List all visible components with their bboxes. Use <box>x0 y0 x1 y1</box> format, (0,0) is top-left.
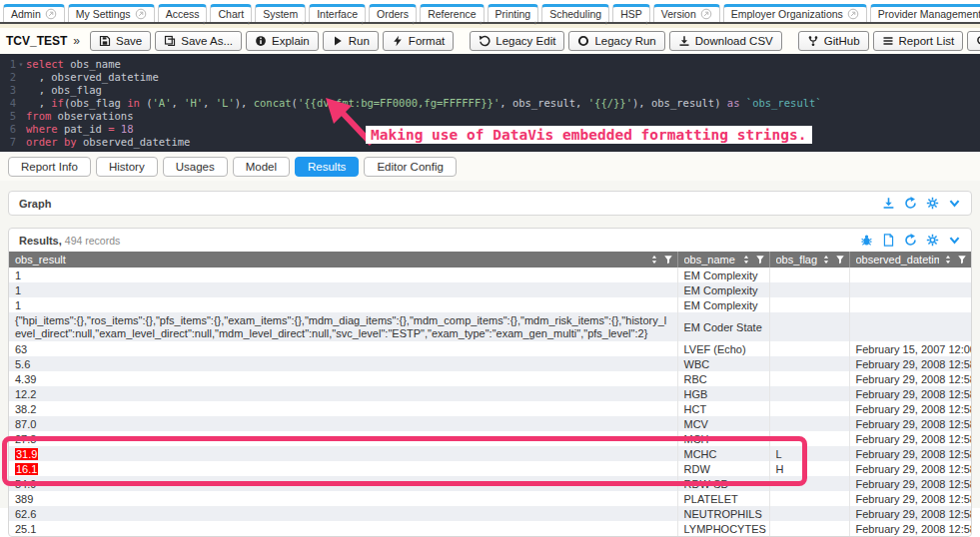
code-text: select obs_name <box>26 58 121 71</box>
tab-usages[interactable]: Usages <box>163 157 228 177</box>
cell-observed-datetime: February 29, 2008 12:58 PM <box>849 356 971 371</box>
column-header-obs-flag[interactable]: obs_flag <box>769 252 849 268</box>
table-row[interactable]: 62.6 NEUTROPHILS February 29, 2008 12:58… <box>9 506 971 521</box>
table-row[interactable]: 5.6 WBC February 29, 2008 12:58 PM <box>9 356 971 371</box>
sort-icon[interactable] <box>821 255 831 265</box>
table-row[interactable]: 1 EM Complexity <box>9 268 971 282</box>
cell-obs-name: MCH <box>677 431 769 446</box>
table-row[interactable]: 63 LVEF (Echo) February 15, 2007 12:00 A… <box>9 341 971 356</box>
table-row[interactable]: 38.2 HCT February 29, 2008 12:58 PM <box>9 401 971 416</box>
save-as-button[interactable]: Save As... <box>155 31 242 51</box>
column-header-obs-result[interactable]: obs_result <box>9 252 677 268</box>
table-row[interactable]: 27.8 MCH February 29, 2008 12:58 PM <box>9 431 971 446</box>
gear-icon[interactable] <box>926 234 939 247</box>
cell-observed-datetime: February 29, 2008 12:58 PM <box>849 416 971 431</box>
fold-marker: ▾ <box>16 58 26 71</box>
nav-tab-provider-management[interactable]: Provider Management <box>870 4 980 22</box>
github-button[interactable]: GitHub <box>798 31 869 51</box>
nav-tab-interface[interactable]: Interface <box>309 4 366 22</box>
external-link-icon <box>700 8 712 20</box>
report-tabs: Report Info History Usages Model Results… <box>0 152 980 181</box>
format-icon <box>392 35 404 47</box>
filter-icon[interactable] <box>957 255 967 265</box>
table-row[interactable]: 25.1 LYMPHOCYTES February 29, 2008 12:58… <box>9 521 971 536</box>
download-icon[interactable] <box>882 197 895 210</box>
fold-marker <box>16 123 26 136</box>
cell-obs-flag <box>769 297 849 312</box>
nav-tab-version[interactable]: Version <box>653 4 720 22</box>
table-row[interactable]: 87.0 MCV February 29, 2008 12:58 PM <box>9 416 971 431</box>
nav-tab-employer-organizations[interactable]: Employer Organizations <box>723 4 867 22</box>
nav-tab-printing[interactable]: Printing <box>488 4 539 22</box>
nav-tab-label: System <box>263 8 298 20</box>
nav-tab-orders[interactable]: Orders <box>369 4 417 22</box>
nav-tab-my-settings[interactable]: My Settings <box>68 4 155 22</box>
column-header-obs-name[interactable]: obs_name <box>677 252 769 268</box>
table-row[interactable]: 389 PLATELET February 29, 2008 12:58 PM <box>9 491 971 506</box>
report-breadcrumb-chevron[interactable]: » <box>73 34 80 48</box>
info-icon <box>255 35 267 47</box>
tab-model[interactable]: Model <box>233 157 290 177</box>
nav-tab-admin[interactable]: Admin <box>3 4 65 22</box>
tab-results[interactable]: Results <box>295 157 359 177</box>
sort-icon[interactable] <box>649 255 659 265</box>
sort-icon[interactable] <box>741 255 751 265</box>
tab-editor-config[interactable]: Editor Config <box>364 157 456 177</box>
button-label: Format <box>409 35 445 47</box>
legacy-run-button[interactable]: Legacy Run <box>568 31 664 51</box>
table-row[interactable]: 16.1 RDW H February 29, 2008 12:58 PM <box>9 461 971 476</box>
nav-tab-hsp[interactable]: HSP <box>612 4 650 22</box>
save-button[interactable]: Save <box>90 31 151 51</box>
legacy-edit-button[interactable]: Legacy Edit <box>470 31 564 51</box>
tab-report-info[interactable]: Report Info <box>8 157 91 177</box>
cell-obs-result: 54.9 <box>9 476 677 491</box>
cell-obs-result: 63 <box>9 341 677 356</box>
gear-icon[interactable] <box>926 197 939 210</box>
table-row[interactable]: 31.9 MCHC L February 29, 2008 12:58 PM <box>9 446 971 461</box>
content-area: Graph Results, 494 records obs_result ob… <box>0 181 980 508</box>
file-icon[interactable] <box>882 234 895 247</box>
button-label: GitHub <box>824 35 860 47</box>
chevron-down-icon[interactable] <box>948 197 961 210</box>
bug-icon[interactable] <box>860 234 873 247</box>
cell-obs-result: 1 <box>9 282 677 297</box>
graph-panel-header[interactable]: Graph <box>9 192 971 215</box>
format-button[interactable]: Format <box>383 31 454 51</box>
nav-tab-system[interactable]: System <box>255 4 306 22</box>
button-label: Save As... <box>181 35 233 47</box>
chevron-down-icon[interactable] <box>948 234 961 247</box>
line-number: 5 <box>0 110 16 123</box>
results-panel-header[interactable]: Results, 494 records <box>9 229 971 252</box>
nav-tab-scheduling[interactable]: Scheduling <box>541 4 609 22</box>
table-row[interactable]: {"hpi_items":{},"ros_items":{},"pfs_item… <box>9 312 971 341</box>
filter-icon[interactable] <box>663 255 673 265</box>
table-row[interactable]: 1 EM Complexity <box>9 297 971 312</box>
filter-icon[interactable] <box>755 255 765 265</box>
model-button[interactable]: Model <box>967 31 980 51</box>
nav-tab-reference[interactable]: Reference <box>420 4 484 22</box>
table-row[interactable]: 54.9 RDW-SD February 29, 2008 12:58 PM <box>9 476 971 491</box>
download-csv-button[interactable]: Download CSV <box>669 31 782 51</box>
sort-icon[interactable] <box>943 255 953 265</box>
cell-obs-name: RDW-SD <box>677 476 769 491</box>
cell-obs-flag: L <box>769 446 849 461</box>
filter-icon[interactable] <box>835 255 845 265</box>
cell-obs-flag <box>769 312 849 341</box>
table-row[interactable]: 4.39 RBC February 29, 2008 12:58 PM <box>9 371 971 386</box>
refresh-icon[interactable] <box>904 197 917 210</box>
tab-history[interactable]: History <box>96 157 158 177</box>
cell-obs-result: 12.2 <box>9 386 677 401</box>
cell-observed-datetime <box>849 297 971 312</box>
explain-button[interactable]: Explain <box>246 31 319 51</box>
line-number: 7 <box>0 136 16 149</box>
report-list-button[interactable]: Report List <box>873 31 964 51</box>
cell-obs-flag: H <box>769 461 849 476</box>
refresh-icon[interactable] <box>904 234 917 247</box>
nav-tab-chart[interactable]: Chart <box>210 4 252 22</box>
line-number: 1 <box>0 58 16 71</box>
nav-tab-access[interactable]: Access <box>158 4 208 22</box>
table-row[interactable]: 1 EM Complexity <box>9 282 971 297</box>
run-button[interactable]: Run <box>323 31 379 51</box>
table-row[interactable]: 12.2 HGB February 29, 2008 12:58 PM <box>9 386 971 401</box>
column-header-observed-datetime[interactable]: observed_datetime <box>849 252 971 268</box>
